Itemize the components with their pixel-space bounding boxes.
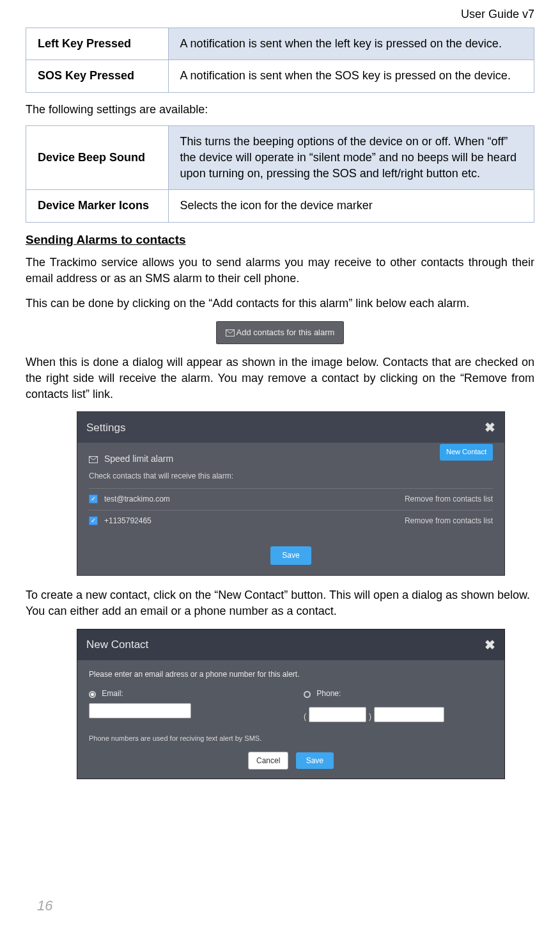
page-header: User Guide v7 (26, 6, 534, 22)
close-icon[interactable]: ✖ (485, 418, 495, 436)
table-row: Device Beep Sound This turns the beeping… (26, 125, 534, 190)
settings-intro: The following settings are available: (26, 102, 534, 118)
dialog-titlebar: Settings ✖ (77, 412, 504, 443)
dialog-title: Settings (86, 420, 125, 436)
body-paragraph: This can be done by clicking on the “Add… (26, 296, 534, 312)
cancel-button[interactable]: Cancel (248, 752, 288, 770)
phone-option: Phone: ( ) (304, 688, 493, 722)
table-row: Left Key Pressed A notification is sent … (26, 28, 534, 60)
email-option: Email: (89, 688, 278, 722)
body-paragraph: To create a new contact, click on the “N… (26, 587, 534, 619)
table-row: Device Marker Icons Selects the icon for… (26, 190, 534, 222)
contact-row: ✓ +1135792465 Remove from contacts list (89, 510, 493, 532)
add-contacts-label: Add contacts for this alarm (237, 328, 335, 337)
save-button[interactable]: Save (270, 546, 311, 565)
body-paragraph: The Trackimo service allows you to send … (26, 255, 534, 287)
new-contact-instruction: Please enter an email adress or a phone … (89, 669, 493, 680)
row-desc: A notification is sent when the SOS key … (168, 60, 534, 92)
new-contact-dialog-figure: New Contact ✖ Please enter an email adre… (77, 629, 505, 780)
settings-dialog-figure: Settings ✖ Speed limit alarm Check conta… (77, 411, 505, 576)
settings-table: Device Beep Sound This turns the beeping… (26, 125, 534, 223)
remove-contact-link[interactable]: Remove from contacts list (405, 516, 493, 526)
checkbox-icon[interactable]: ✓ (89, 516, 98, 525)
row-desc: A notification is sent when the left key… (168, 28, 534, 60)
checkbox-icon[interactable]: ✓ (89, 495, 98, 503)
mail-icon (226, 328, 237, 337)
row-desc: This turns the beeping options of the de… (168, 125, 534, 190)
dialog-title: New Contact (86, 637, 148, 653)
email-label: Email: (102, 689, 123, 698)
email-radio[interactable] (89, 691, 96, 698)
dialog-titlebar: New Contact ✖ (77, 629, 504, 660)
row-label: Device Marker Icons (26, 190, 169, 222)
paren-icon: ( (304, 711, 306, 722)
speed-instruction: Check contacts that will receive this al… (89, 471, 493, 482)
body-paragraph: When this is done a dialog will appear a… (26, 354, 534, 403)
notifications-table: Left Key Pressed A notification is sent … (26, 28, 534, 92)
row-label: SOS Key Pressed (26, 60, 169, 92)
close-icon[interactable]: ✖ (485, 636, 495, 654)
phone-note: Phone numbers are used for reciving text… (89, 734, 493, 743)
table-row: SOS Key Pressed A notification is sent w… (26, 60, 534, 92)
contact-row: ✓ test@trackimo.com Remove from contacts… (89, 488, 493, 510)
row-label: Device Beep Sound (26, 125, 169, 190)
phone-label: Phone: (316, 689, 341, 698)
contact-value: test@trackimo.com (104, 494, 170, 505)
phone-radio[interactable] (304, 691, 311, 698)
contact-value: +1135792465 (104, 516, 152, 526)
speed-limit-label: Speed limit alarm (104, 454, 173, 464)
phone-number-field[interactable] (374, 707, 444, 722)
new-contact-button[interactable]: New Contact (440, 444, 493, 460)
section-heading: Sending Alarms to contacts (26, 232, 534, 249)
row-desc: Selects the icon for the device marker (168, 190, 534, 222)
paren-icon: ) (369, 711, 371, 722)
page-number: 16 (37, 896, 52, 916)
save-button[interactable]: Save (296, 752, 334, 770)
speed-limit-heading: Speed limit alarm (89, 453, 493, 466)
email-field[interactable] (89, 703, 191, 718)
remove-contact-link[interactable]: Remove from contacts list (405, 494, 493, 505)
row-label: Left Key Pressed (26, 28, 169, 60)
add-contacts-figure: Add contacts for this alarm (26, 321, 534, 344)
phone-area-field[interactable] (309, 707, 366, 722)
